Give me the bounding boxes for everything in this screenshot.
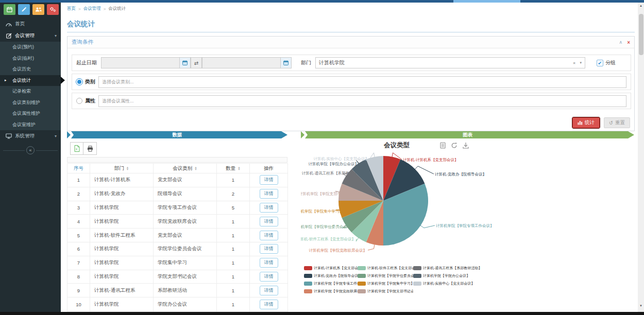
clear-icon[interactable]: ×: [573, 61, 575, 65]
col-count[interactable]: 数量▲▼: [217, 164, 250, 173]
sort-icon[interactable]: ▲▼: [126, 166, 129, 170]
panel-close-icon[interactable]: ×: [627, 40, 630, 45]
category-radio[interactable]: [76, 79, 82, 85]
col-dept[interactable]: 部门▲▼: [90, 164, 154, 173]
breadcrumb: 首页 > 会议管理 > 会议统计: [67, 5, 126, 13]
sidebar-subitem-0[interactable]: 会议(预约): [0, 42, 61, 53]
sidebar-subitem-5[interactable]: 会议类别维护: [0, 97, 61, 109]
sidebar-subitem-label: 会议(临时): [12, 55, 34, 62]
legend-color-chip: [358, 289, 366, 293]
detail-button[interactable]: 详情: [260, 217, 278, 226]
legend-item[interactable]: 计算机学院【学院集中学习】: [358, 279, 413, 287]
sidebar-subitem-6[interactable]: 会议属性维护: [0, 108, 61, 119]
detail-button[interactable]: 详情: [260, 231, 278, 240]
attribute-label: 属性: [85, 97, 95, 104]
sidebar-item-meeting-mgmt[interactable]: 会议管理 ▾: [0, 30, 61, 42]
detail-button[interactable]: 详情: [260, 300, 278, 309]
sidebar-subitem-1[interactable]: 会议(临时): [0, 53, 61, 64]
breadcrumb-separator: >: [78, 7, 81, 11]
pie-callout-label: 计算机学院【学院集中学习】: [301, 209, 343, 214]
detail-button[interactable]: 详情: [260, 203, 278, 213]
legend-item[interactable]: 计算机学院【学院支部书记会议】: [358, 287, 413, 295]
table-cell: 学院专项工作会议: [154, 201, 217, 215]
table-cell-action: 详情: [250, 256, 288, 270]
pie-callout-label: 计算机学院【学院党政联席会议】: [309, 248, 367, 253]
quick-pencil-button[interactable]: [18, 4, 30, 15]
group-checkbox[interactable]: ✔: [597, 60, 603, 66]
table-cell-action: 详情: [250, 173, 288, 187]
detail-button[interactable]: 详情: [260, 286, 278, 295]
browser-top-strip: [0, 0, 644, 3]
legend-item[interactable]: 计算机-通讯工程系【系部教研活动】: [413, 264, 482, 272]
sidebar-subitem-label: 会议历史: [12, 66, 31, 73]
scroll-down-arrow[interactable]: ▼: [638, 303, 644, 309]
date-start-input[interactable]: [101, 57, 179, 68]
quick-users-button[interactable]: [32, 4, 44, 15]
sidebar-submenu: 会议(预约)会议(临时)会议历史▸会议统计记录检索会议类别维护会议属性维护会议室…: [0, 42, 61, 130]
sort-icon[interactable]: ▲▼: [194, 166, 197, 170]
legend-color-chip: [304, 282, 312, 286]
sidebar-subitem-3[interactable]: ▸会议统计: [0, 75, 61, 86]
sidebar-item-system-mgmt[interactable]: 系统管理 ▾: [0, 130, 61, 142]
legend-color-chip: [358, 282, 366, 286]
pie-callout-label: 计算机学院【学院办公会议】: [309, 162, 359, 166]
panel-collapse-icon[interactable]: ∧: [619, 40, 623, 45]
export-excel-button[interactable]: X: [70, 142, 83, 155]
sidebar-subitem-4[interactable]: 记录检索: [0, 86, 61, 97]
pencil-icon: [21, 7, 27, 12]
title-underline: [67, 32, 635, 32]
print-button[interactable]: [83, 142, 97, 155]
legend-item[interactable]: 计算机学院【学院办公会议】: [413, 272, 482, 279]
stat-button[interactable]: 统计: [572, 117, 600, 128]
scrollbar-thumb[interactable]: [639, 14, 643, 55]
table-cell: 计算机学院: [90, 201, 154, 215]
sidebar-collapse-button[interactable]: «: [26, 146, 35, 154]
attribute-input[interactable]: [98, 95, 626, 107]
table-cell: 计算机学院: [90, 215, 154, 229]
chevron-down-icon: ▾: [55, 33, 57, 38]
date-swap-icon[interactable]: ⇄: [191, 57, 202, 68]
breadcrumb-home[interactable]: 首页: [67, 6, 76, 12]
legend-item[interactable]: 计算机学院【学院学位委员会会议】: [358, 272, 413, 279]
pie-callout-label: 计算机学院【学院支部书记...: [301, 191, 348, 196]
legend-item[interactable]: 计算机学院【学院专项工作会议】: [304, 279, 358, 287]
breadcrumb-meeting-mgmt[interactable]: 会议管理: [83, 6, 101, 12]
table-header-row: 序号 部门▲▼ 会议类别▲▼ 数量▲▼ 操作: [67, 164, 288, 173]
sidebar-item-home[interactable]: 首页: [0, 18, 61, 30]
pie-label-line: [356, 238, 359, 242]
legend-item[interactable]: 计算机-软件工程系【党支部会议】: [358, 264, 413, 272]
reset-button[interactable]: ↺ 重置: [604, 117, 630, 128]
legend-item[interactable]: 计算机-实验中心【党支部会议】: [413, 279, 482, 287]
calendar-addon-icon[interactable]: [179, 57, 191, 68]
table-cell: 院领导会议: [154, 187, 217, 201]
sidebar-subitem-7[interactable]: 会议室维护: [0, 119, 61, 131]
detail-button[interactable]: 详情: [260, 175, 278, 185]
date-end-input[interactable]: [202, 57, 280, 68]
detail-button[interactable]: 详情: [260, 272, 278, 282]
vertical-scrollbar[interactable]: ▲ ▼: [638, 3, 644, 312]
scroll-up-arrow[interactable]: ▲: [638, 3, 644, 9]
legend-label: 计算机-通讯工程系【系部教研活动】: [423, 266, 482, 271]
legend-item[interactable]: 计算机-党政办【院领导会议】: [304, 272, 358, 279]
legend-color-chip: [413, 282, 421, 286]
legend-color-chip: [413, 274, 421, 278]
detail-button[interactable]: 详情: [260, 258, 278, 268]
sidebar-subitem-2[interactable]: 会议历史: [0, 64, 61, 75]
caret-down-icon[interactable]: ▾: [580, 61, 582, 65]
quick-calendar-button[interactable]: [4, 4, 15, 15]
category-input[interactable]: [98, 76, 626, 88]
sort-icon[interactable]: ▲▼: [238, 166, 240, 170]
col-category[interactable]: 会议类别▲▼: [154, 164, 217, 173]
detail-button[interactable]: 详情: [260, 189, 278, 199]
legend-item[interactable]: 计算机学院【学院党政联席会议】: [304, 287, 358, 295]
table-header-strip: [67, 157, 287, 163]
table-row: 6计算机学院学院学位委员会会议1详情: [67, 242, 288, 256]
attribute-radio[interactable]: [76, 98, 82, 104]
calendar-addon-icon[interactable]: [280, 57, 292, 68]
quick-cogs-button[interactable]: [47, 4, 59, 15]
table-row: 3计算机学院学院专项工作会议5详情: [67, 201, 288, 215]
table-row: 10计算机学院学院办公会议1详情: [67, 297, 288, 311]
detail-button[interactable]: 详情: [260, 244, 278, 254]
legend-item[interactable]: 计算机-计算机系【党支部会议】: [304, 264, 358, 272]
dept-select[interactable]: 计算机学院 × ▾: [315, 57, 585, 68]
